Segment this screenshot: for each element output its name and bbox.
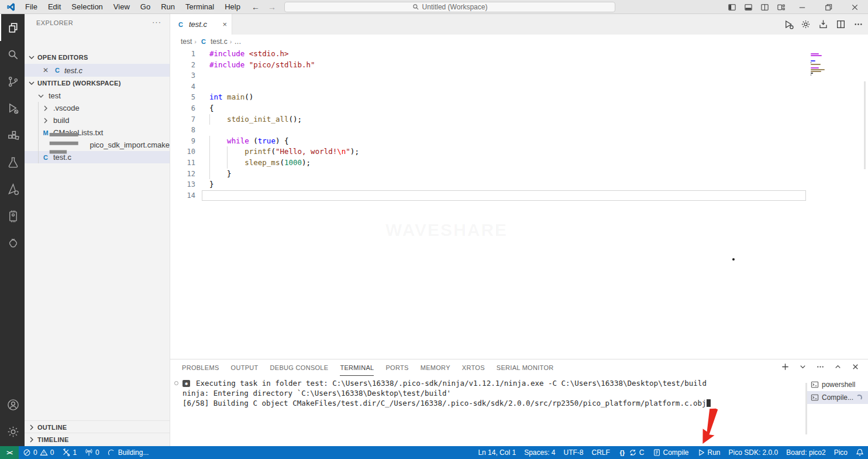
menu-file[interactable]: File [20, 0, 43, 13]
panel-tab-ports[interactable]: PORTS [385, 359, 408, 376]
toolbar-run-or-debug[interactable]: ⌄ [784, 19, 793, 29]
code-line-3[interactable]: 3 [170, 70, 868, 81]
toolbar-more-actions[interactable] [853, 19, 863, 29]
layout-split-icon[interactable] [756, 0, 773, 14]
tree-folder-test[interactable]: test [25, 90, 170, 102]
status-eol[interactable]: CRLF [588, 446, 614, 459]
remote-indicator[interactable]: >< [0, 446, 19, 459]
panel-tab-output[interactable]: OUTPUT [231, 359, 259, 376]
status-compile[interactable]: Compile [649, 446, 693, 459]
menu-terminal[interactable]: Terminal [180, 0, 219, 13]
code-line-9[interactable]: 9 while (true) { [170, 136, 868, 147]
menu-go[interactable]: Go [135, 0, 156, 13]
close-icon[interactable]: ✕ [41, 66, 50, 75]
status-cursor-position[interactable]: Ln 14, Col 1 [474, 446, 520, 459]
activity-bar-run-and-debug[interactable] [0, 95, 25, 122]
code-line-8[interactable]: 8 [170, 125, 868, 136]
status-indentation[interactable]: Spaces: 4 [520, 446, 559, 459]
status-language-mode[interactable]: {}C [614, 446, 649, 459]
activity-bar-search[interactable] [0, 41, 25, 68]
panel-tab-serial-monitor[interactable]: SERIAL MONITOR [497, 359, 554, 376]
status-tasks[interactable]: 1 [58, 446, 81, 459]
tab-close-icon[interactable]: × [222, 20, 227, 29]
sidebar-more-actions[interactable]: ··· [152, 18, 161, 26]
minimap[interactable] [811, 53, 825, 78]
layout-panel-icon[interactable] [740, 0, 756, 14]
code-line-6[interactable]: 6{ [170, 103, 868, 114]
status-encoding[interactable]: UTF-8 [560, 446, 588, 459]
editor-scrollbar[interactable] [864, 81, 866, 169]
menu-run[interactable]: Run [156, 0, 180, 13]
status-pico[interactable]: Pico [830, 446, 852, 459]
menu-selection[interactable]: Selection [66, 0, 108, 13]
panel-action-launch-profile[interactable] [798, 362, 807, 374]
activity-bar-accounts[interactable] [0, 391, 25, 418]
code-line-12[interactable]: 12 } [170, 169, 868, 180]
layout-grid-icon[interactable] [773, 0, 789, 14]
panel-tab-terminal[interactable]: TERMINAL [340, 359, 374, 376]
breadcrumb-item[interactable]: test [181, 37, 192, 46]
code-line-11[interactable]: 11 sleep_ms(1000); [170, 157, 868, 169]
timeline-header[interactable]: TIMELINE [25, 433, 170, 446]
toolbar-flash[interactable] [818, 19, 828, 29]
open-editors-header[interactable]: OPEN EDITORS [25, 51, 170, 64]
activity-bar-testing[interactable] [0, 149, 25, 176]
status-pico-sdk[interactable]: Pico SDK: 2.0.0 [725, 446, 783, 459]
toolbar-settings[interactable] [801, 19, 811, 29]
tree-item-.vscode[interactable]: .vscode [25, 102, 170, 114]
code-line-4[interactable]: 4 [170, 81, 868, 93]
open-editor-test.c[interactable]: ✕ C test.c [25, 64, 170, 77]
status-notifications[interactable] [852, 446, 868, 459]
code-line-5[interactable]: 5int main() [170, 92, 868, 103]
status-board[interactable]: Board: pico2 [782, 446, 829, 459]
panel-action-new-terminal[interactable] [781, 362, 790, 374]
breadcrumb-item[interactable]: Ctest.c [199, 37, 228, 46]
status-ports[interactable]: 0 [81, 446, 104, 459]
panel-tab-debug-console[interactable]: DEBUG CONSOLE [270, 359, 329, 376]
layout-sidebar-icon[interactable] [724, 0, 740, 14]
line-number: 7 [170, 114, 209, 125]
activity-bar-cmake[interactable] [0, 176, 25, 203]
activity-bar-raspberry-pi[interactable] [0, 230, 25, 256]
code-line-10[interactable]: 10 printf("Hello, world!\n"); [170, 146, 868, 157]
menu-edit[interactable]: Edit [43, 0, 66, 13]
outline-header[interactable]: OUTLINE [25, 421, 170, 434]
panel-action-more[interactable] [816, 362, 825, 374]
code-line-2[interactable]: 2#include "pico/stdlib.h" [170, 60, 868, 71]
panel-tab-problems[interactable]: PROBLEMS [182, 359, 219, 376]
toolbar-split-editor[interactable] [836, 19, 846, 29]
terminal-instance-Compile[interactable]: Compile... [807, 391, 868, 404]
panel-tab-memory[interactable]: MEMORY [421, 359, 450, 376]
code-line-13[interactable]: 13} [170, 179, 868, 190]
code-line-14[interactable]: 14 [170, 190, 868, 201]
command-center-search[interactable]: Untitled (Workspace) [284, 2, 615, 12]
minimize-icon[interactable] [789, 0, 815, 14]
status-problems[interactable]: 00 [19, 446, 58, 459]
tree-item-pico_sdk_import.cmake[interactable]: pico_sdk_import.cmake [25, 139, 170, 151]
code-line-7[interactable]: 7 stdio_init_all(); [170, 114, 868, 125]
panel-action-maximize-panel[interactable] [833, 362, 842, 374]
terminal-output[interactable]: ✱ Executing task in folder test: C:\User… [170, 378, 807, 446]
arrow-right-icon[interactable]: → [268, 2, 276, 12]
activity-bar-extensions[interactable] [0, 122, 25, 149]
status-building[interactable]: Building... [104, 446, 153, 459]
arrow-left-icon[interactable]: ← [252, 2, 260, 12]
restore-icon[interactable] [815, 0, 842, 14]
tab-test-c[interactable]: C test.c × [170, 14, 232, 35]
window-close-icon[interactable] [842, 0, 868, 14]
activity-bar-source-control[interactable] [0, 68, 25, 95]
activity-bar-pico-board[interactable] [0, 203, 25, 230]
panel-action-close-panel[interactable] [851, 362, 860, 374]
workspace-header[interactable]: UNTITLED (WORKSPACE) [25, 77, 170, 90]
activity-bar-explorer[interactable] [0, 14, 25, 41]
menu-view[interactable]: View [108, 0, 135, 13]
code-line-1[interactable]: 1#include <stdio.h> [170, 49, 868, 60]
code-editor[interactable]: 1#include <stdio.h> 2#include "pico/stdl… [170, 49, 868, 359]
menu-help[interactable]: Help [219, 0, 246, 13]
terminal-instance-powershell[interactable]: powershell [807, 378, 868, 391]
panel-tab-xrtos[interactable]: XRTOS [462, 359, 485, 376]
activity-bar-manage[interactable] [0, 418, 25, 445]
breadcrumb-item[interactable]: … [234, 37, 241, 46]
status-run[interactable]: Run [693, 446, 725, 459]
source-control-icon [6, 75, 20, 88]
